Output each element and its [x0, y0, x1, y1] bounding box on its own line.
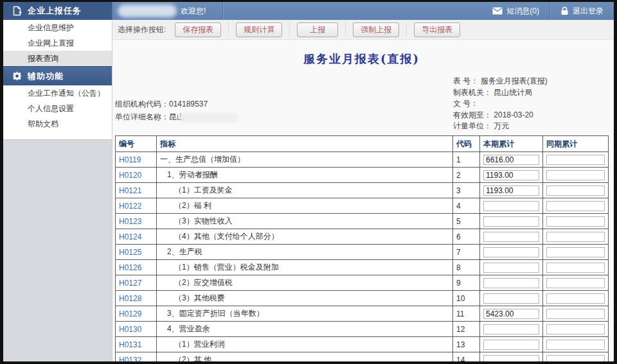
table-row: H0120 1、劳动者报酬 2	[116, 168, 609, 183]
row-id-link[interactable]: H0129	[119, 309, 141, 318]
prior-period-input[interactable]	[546, 232, 605, 242]
row-id-link[interactable]: H0122	[119, 202, 141, 211]
row-indicator: （1）工资及奖金	[160, 185, 233, 196]
meta-line: 有效期至： 2018-03-20	[453, 110, 548, 121]
table-row: H0124 （4）其他（支付给个人部分） 6	[116, 229, 609, 245]
report-title: 服务业月报表(直报)	[115, 51, 608, 67]
current-period-input[interactable]	[483, 263, 539, 273]
row-id-link[interactable]: H0120	[119, 171, 141, 180]
row-indicator: 4、营业盈余	[160, 324, 210, 334]
row-id-link[interactable]: H0121	[119, 186, 141, 195]
current-period-input[interactable]	[483, 216, 539, 227]
sidebar-filler	[3, 139, 112, 361]
row-code: 14	[453, 352, 480, 362]
toolbar-button[interactable]: 上报	[297, 22, 338, 37]
prior-period-input[interactable]	[546, 247, 605, 257]
logout-label: 退出登录	[573, 6, 604, 17]
current-period-input[interactable]	[483, 186, 539, 196]
logout-button[interactable]: 退出登录	[550, 2, 614, 20]
toolbar-button[interactable]: 保存报表	[175, 22, 221, 37]
row-id-link[interactable]: H0127	[119, 279, 141, 288]
sidebar-item[interactable]: 个人信息设置	[3, 101, 112, 116]
table-row: H0127 （2）应交增值税 9	[116, 275, 609, 291]
row-id-link[interactable]: H0125	[119, 248, 141, 257]
col-header-id: 编号	[116, 136, 157, 152]
sidebar-section-aux-functions[interactable]: 辅助功能	[3, 66, 112, 85]
row-id-link[interactable]: H0124	[119, 232, 141, 241]
current-period-input[interactable]	[483, 155, 539, 165]
row-code: 7	[453, 245, 480, 260]
toolbar-label: 选择操作按钮:	[118, 24, 166, 35]
table-row: H0130 4、营业盈余 12	[116, 322, 609, 337]
toolbar-button[interactable]: 导出报表	[414, 22, 460, 37]
prior-period-input[interactable]	[546, 340, 605, 350]
row-indicator: 1、劳动者报酬	[160, 169, 218, 180]
row-id-link[interactable]: H0132	[119, 356, 141, 362]
row-code: 1	[453, 152, 480, 168]
col-header-code: 代码	[453, 136, 480, 152]
toolbar-divider	[406, 22, 407, 37]
current-period-input[interactable]	[483, 170, 539, 180]
current-period-input[interactable]	[483, 340, 539, 350]
welcome-text: 欢迎您!	[181, 6, 206, 17]
row-id-link[interactable]: H0128	[119, 294, 141, 303]
unit-name-line: 单位详细名称：昆山	[115, 110, 238, 123]
prior-period-input[interactable]	[546, 155, 605, 165]
current-period-input[interactable]	[483, 201, 539, 211]
toolbar-button[interactable]: 强制上报	[353, 22, 399, 37]
section-title: 企业上报任务	[28, 5, 82, 17]
lock-icon	[560, 6, 569, 15]
row-code: 11	[453, 306, 480, 322]
prior-period-input[interactable]	[546, 186, 605, 196]
divider	[222, 2, 223, 20]
prior-period-input[interactable]	[546, 201, 605, 211]
sidebar-section-2-items: 企业工作通知（公告）个人信息设置帮助文档	[3, 85, 112, 132]
sidebar-item[interactable]: 报表查询	[3, 51, 112, 66]
row-id-link[interactable]: H0130	[119, 325, 141, 334]
row-indicator: （2）福 利	[160, 200, 211, 211]
current-period-input[interactable]	[483, 355, 539, 362]
row-indicator: （2）其 他	[160, 354, 211, 361]
toolbar-button[interactable]: 规则计算	[236, 22, 282, 37]
row-indicator: （1）销售（营业）税金及附加	[160, 262, 279, 273]
prior-period-input[interactable]	[546, 293, 605, 304]
prior-period-input[interactable]	[546, 278, 605, 288]
sidebar-section-report-tasks[interactable]: 企业上报任务	[3, 2, 112, 20]
meta-line: 文 号：	[453, 98, 548, 110]
app-window: 企业上报任务 欢迎您! 短消息(0) 退出登录	[3, 2, 614, 361]
prior-period-input[interactable]	[546, 263, 605, 273]
prior-period-input[interactable]	[546, 170, 605, 180]
col-header-prior: 同期累计	[543, 136, 609, 152]
current-period-input[interactable]	[483, 324, 539, 334]
row-code: 8	[453, 260, 480, 275]
prior-period-input[interactable]	[546, 216, 605, 227]
sidebar-item[interactable]: 企业工作通知（公告）	[3, 85, 112, 101]
row-id-link[interactable]: H0131	[119, 340, 141, 349]
row-code: 6	[453, 229, 480, 245]
meta-line: 表 号： 服务业月报表(直报)	[453, 76, 548, 87]
row-code: 12	[453, 322, 480, 337]
row-id-link[interactable]: H0123	[119, 217, 141, 226]
current-period-input[interactable]	[483, 278, 539, 288]
table-row: H0125 2、生产税 7	[116, 245, 609, 260]
report-table-wrap: 编号 指标 代码 本期累计 同期累计 H0119 一、生产总值（增加值） 1 H…	[112, 135, 614, 361]
prior-period-input[interactable]	[546, 355, 605, 362]
prior-period-input[interactable]	[546, 324, 605, 334]
row-id-link[interactable]: H0126	[119, 263, 141, 272]
row-code: 10	[453, 291, 480, 306]
report-header: 服务业月报表(直报) 组织机构代码：014189537 单位详细名称：昆山 表 …	[112, 40, 614, 135]
current-period-input[interactable]	[483, 293, 539, 304]
prior-period-input[interactable]	[546, 309, 605, 319]
current-period-input[interactable]	[483, 247, 539, 257]
current-period-input[interactable]	[483, 309, 539, 319]
current-period-input[interactable]	[483, 232, 539, 242]
messages-label: 短消息(0)	[506, 6, 539, 17]
sidebar-item[interactable]: 企业信息维护	[3, 20, 112, 35]
sidebar-item[interactable]: 企业网上直报	[3, 35, 112, 51]
messages-button[interactable]: 短消息(0)	[482, 2, 550, 20]
row-indicator: 一、生产总值（增加值）	[160, 154, 245, 165]
row-code: 3	[453, 183, 480, 198]
row-id-link[interactable]: H0119	[119, 155, 141, 164]
row-code: 13	[453, 337, 480, 352]
sidebar-item[interactable]: 帮助文档	[3, 116, 112, 132]
